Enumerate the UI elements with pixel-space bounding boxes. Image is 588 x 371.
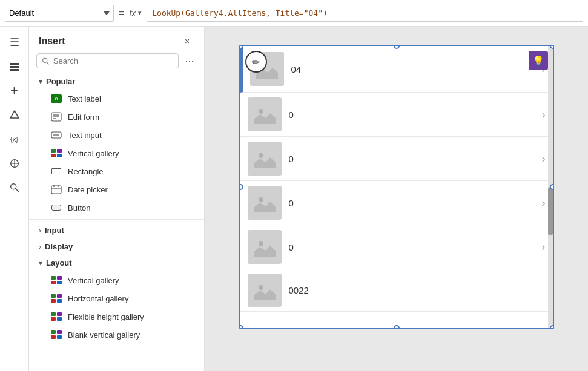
list-item-button[interactable]: Button xyxy=(29,199,204,217)
list-item-blank-vertical-gallery[interactable]: Blank vertical gallery xyxy=(29,326,204,344)
gallery-item-value: 0 xyxy=(289,154,535,164)
gallery-scrollbar-thumb[interactable] xyxy=(548,187,553,235)
svg-point-30 xyxy=(259,241,263,246)
handle-mid-left[interactable] xyxy=(239,184,243,190)
section-input[interactable]: › Input xyxy=(29,222,204,238)
icon-sidebar: ☰ + {x} xyxy=(0,27,29,371)
list-item-text-label[interactable]: A Text label xyxy=(29,90,204,108)
handle-top-center[interactable] xyxy=(394,45,400,49)
formula-bar[interactable]: LookUp(Gallery4.AllItems, Title="04") xyxy=(147,5,583,22)
gallery-item[interactable]: 0 › xyxy=(240,225,553,269)
variable-icon[interactable]: {x} xyxy=(4,128,25,150)
section-popular[interactable]: ▾ Popular xyxy=(29,73,204,90)
close-button[interactable]: × xyxy=(180,34,194,48)
text-input-icon xyxy=(51,130,62,140)
search-icon xyxy=(42,57,50,65)
fx-label: fx xyxy=(129,8,136,18)
svg-point-26 xyxy=(259,153,263,158)
thumbnail-image xyxy=(248,274,282,307)
more-options-button[interactable]: ··· xyxy=(182,54,197,68)
image-placeholder-icon xyxy=(254,149,276,168)
thumbnail-image xyxy=(248,186,282,220)
gallery-item-arrow: › xyxy=(542,153,546,165)
gallery-item-value: 04 xyxy=(291,64,535,74)
list-item-rectangle[interactable]: Rectangle xyxy=(29,162,204,180)
gallery-icon-2 xyxy=(51,275,62,286)
gallery-item[interactable]: 0 › xyxy=(240,93,553,137)
section-layout[interactable]: ▾ Layout xyxy=(29,255,204,271)
gallery-list: 04 › 0 › xyxy=(240,46,553,328)
tools-icon[interactable] xyxy=(4,153,25,174)
handle-bottom-left[interactable] xyxy=(239,325,243,329)
gallery-icon xyxy=(51,148,62,159)
main-content: ☰ + {x} Insert × xyxy=(0,27,588,371)
handle-mid-right[interactable] xyxy=(550,184,554,190)
gallery-item-arrow: › xyxy=(542,241,546,254)
gallery-item[interactable]: 0 › xyxy=(240,181,553,225)
gallery-item-value: 0 xyxy=(289,198,535,208)
image-placeholder-icon xyxy=(254,237,276,257)
svg-line-10 xyxy=(47,62,48,64)
svg-point-32 xyxy=(259,285,263,290)
list-item-date-picker[interactable]: Date picker xyxy=(29,180,204,199)
svg-rect-17 xyxy=(51,186,61,194)
list-item-edit-form[interactable]: Edit form xyxy=(29,108,204,126)
blank-gallery-icon xyxy=(51,329,62,340)
svg-point-28 xyxy=(259,197,263,202)
thumbnail-image xyxy=(248,142,282,176)
divider xyxy=(29,219,204,220)
property-select[interactable]: Default xyxy=(5,5,114,22)
fx-chevron[interactable]: ▾ xyxy=(138,9,142,17)
add-control-icon[interactable]: + xyxy=(4,80,25,102)
shapes-icon[interactable] xyxy=(4,104,25,126)
gallery-item[interactable]: 0022 xyxy=(240,269,553,312)
gallery-item-arrow: › xyxy=(542,197,546,209)
search-box xyxy=(36,53,179,68)
insert-list: ▾ Popular A Text label Edi xyxy=(29,73,204,371)
svg-marker-3 xyxy=(10,111,19,118)
list-item-text-input[interactable]: Text input xyxy=(29,126,204,144)
panel-title: Insert xyxy=(39,36,65,47)
handle-bottom-center[interactable] xyxy=(394,325,400,329)
search-input[interactable] xyxy=(53,56,173,65)
svg-point-24 xyxy=(259,109,263,114)
list-item-flexible-height-gallery[interactable]: Flexible height gallery xyxy=(29,307,204,326)
gallery-item[interactable]: 04 › xyxy=(240,46,553,93)
gallery-item-value: 0 xyxy=(289,242,535,252)
gallery-item-value: 0 xyxy=(289,110,535,120)
insert-panel: Insert × ··· ▾ Popular A xyxy=(29,27,205,371)
edit-form-icon xyxy=(51,111,62,122)
formula-text: LookUp(Gallery4.AllItems, Title="04") xyxy=(152,8,328,18)
handle-bottom-right[interactable] xyxy=(550,325,554,329)
edit-pencil-button[interactable]: ✏ xyxy=(245,51,267,73)
hamburger-icon[interactable]: ☰ xyxy=(4,31,25,53)
button-icon xyxy=(51,202,62,213)
gallery-item-arrow: › xyxy=(542,108,546,121)
svg-rect-2 xyxy=(10,69,19,71)
top-bar: Default = fx ▾ LookUp(Gallery4.AllItems,… xyxy=(0,0,588,27)
svg-rect-0 xyxy=(10,63,19,65)
hint-button[interactable]: 💡 xyxy=(529,51,548,70)
image-placeholder-icon xyxy=(254,193,276,212)
search-sidebar-icon[interactable] xyxy=(4,177,25,199)
thumbnail-image xyxy=(248,230,282,264)
horizontal-gallery-icon xyxy=(51,293,62,304)
flexible-gallery-icon xyxy=(51,311,62,322)
gallery-item[interactable]: 0 › xyxy=(240,137,553,181)
date-picker-icon xyxy=(51,184,62,195)
list-item-horizontal-gallery[interactable]: Horizontal gallery xyxy=(29,289,204,307)
gallery-item-value: 0022 xyxy=(289,285,546,295)
section-display[interactable]: › Display xyxy=(29,238,204,255)
gallery-widget[interactable]: ✏ 💡 04 › xyxy=(239,45,554,329)
canvas-area: ✏ 💡 04 › xyxy=(205,27,588,371)
thumbnail-image xyxy=(248,97,282,131)
equals-symbol: = xyxy=(119,8,124,19)
panel-header: Insert × xyxy=(29,27,204,53)
svg-line-8 xyxy=(15,189,18,192)
image-placeholder-icon xyxy=(254,105,276,124)
layers-icon[interactable] xyxy=(4,56,25,77)
list-item-vertical-gallery-2[interactable]: Vertical gallery xyxy=(29,271,204,289)
rectangle-icon xyxy=(51,166,62,177)
list-item-vertical-gallery[interactable]: Vertical gallery xyxy=(29,144,204,162)
image-placeholder-icon xyxy=(254,281,276,300)
